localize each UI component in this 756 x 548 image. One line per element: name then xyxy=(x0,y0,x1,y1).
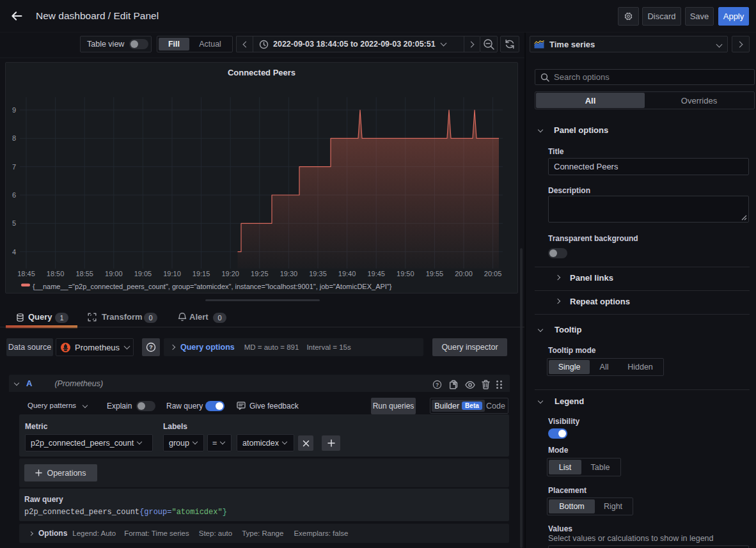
svg-text:19:45: 19:45 xyxy=(367,270,385,278)
svg-text:?: ? xyxy=(436,382,439,388)
svg-text:19:20: 19:20 xyxy=(221,270,239,278)
svg-text:18:55: 18:55 xyxy=(75,270,93,278)
svg-text:6: 6 xyxy=(12,191,16,199)
svg-text:20:05: 20:05 xyxy=(484,270,502,278)
svg-text:18:50: 18:50 xyxy=(47,270,65,278)
svg-text:9: 9 xyxy=(12,106,16,114)
svg-text:?: ? xyxy=(149,344,153,350)
svg-text:19:50: 19:50 xyxy=(397,270,414,278)
svg-text:19:35: 19:35 xyxy=(309,270,327,278)
svg-text:19:15: 19:15 xyxy=(193,270,210,278)
svg-text:Connected Peers: Connected Peers xyxy=(228,68,295,77)
svg-text:19:10: 19:10 xyxy=(163,270,181,278)
svg-text:19:40: 19:40 xyxy=(338,270,356,278)
svg-text:19:05: 19:05 xyxy=(134,270,152,278)
svg-text:{__name__="p2p_connected_peers: {__name__="p2p_connected_peers_count", g… xyxy=(33,283,392,290)
svg-text:20:00: 20:00 xyxy=(455,270,473,278)
svg-text:19:00: 19:00 xyxy=(105,270,123,278)
svg-text:19:25: 19:25 xyxy=(251,270,269,278)
svg-text:7: 7 xyxy=(12,163,16,171)
svg-text:19:30: 19:30 xyxy=(280,270,298,278)
svg-text:4: 4 xyxy=(12,248,16,256)
svg-text:5: 5 xyxy=(12,219,16,227)
svg-text:19:55: 19:55 xyxy=(426,270,444,278)
svg-text:18:45: 18:45 xyxy=(17,270,35,278)
svg-text:8: 8 xyxy=(12,134,16,142)
